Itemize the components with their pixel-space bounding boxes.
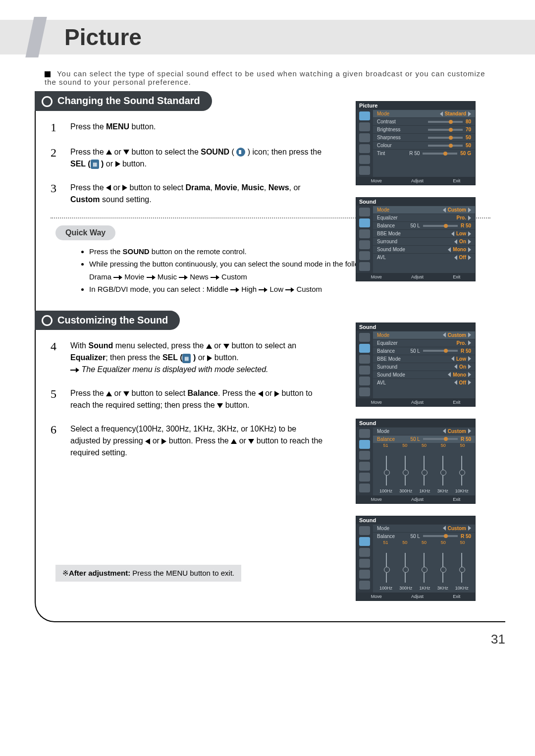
setup-icon	[359, 144, 370, 153]
row-label: Sound Mode	[377, 247, 448, 252]
row-label: Colour	[377, 143, 425, 148]
down-arrow-icon	[223, 344, 229, 349]
row-left: R 50	[409, 151, 420, 156]
step-text: Select a frequency(100Hz, 300Hz, 1KHz, 3…	[70, 423, 323, 459]
quick-way-heading: Quick Way	[55, 225, 115, 240]
left-arrow-icon	[448, 247, 451, 252]
ring-icon	[42, 96, 53, 107]
step-number: 1	[51, 121, 70, 134]
right-arrow-icon	[468, 231, 471, 236]
channel-icon	[359, 133, 370, 142]
ring-icon	[42, 315, 53, 326]
osd-side-icons	[356, 206, 373, 273]
setup-icon	[359, 366, 370, 375]
right-arrow-icon	[274, 391, 279, 397]
step-text: Press the or button to select the SOUND …	[70, 146, 323, 170]
row-label: Mode	[377, 111, 440, 116]
right-arrow-icon	[468, 111, 471, 116]
osd-side-icons	[356, 109, 373, 177]
page-title: Picture	[0, 20, 535, 54]
step-text: Press the or button to select Balance. P…	[70, 387, 323, 411]
osd-sound-title: Sound	[356, 198, 475, 206]
input-icon	[359, 166, 370, 175]
seq-arrow-icon	[179, 275, 188, 279]
row-value: Standard	[445, 111, 466, 116]
foot-exit: Exit	[453, 274, 460, 279]
seq-arrow-icon	[285, 288, 294, 292]
left-arrow-icon	[440, 111, 443, 116]
row-label: Sharpness	[377, 135, 425, 140]
row-label: Equalizer	[377, 215, 457, 220]
slider	[428, 145, 463, 147]
step-text: Press the MENU button.	[70, 121, 323, 133]
left-arrow-icon	[106, 185, 111, 191]
osd-sound-title: Sound	[356, 323, 475, 331]
seq-arrow-icon	[147, 275, 156, 279]
setup-icon	[359, 240, 370, 249]
row-label: Mode	[377, 207, 443, 213]
row-left: 50 L	[410, 223, 420, 228]
right-arrow-icon	[207, 355, 212, 361]
down-arrow-icon	[248, 439, 254, 444]
step-number: 5	[51, 387, 70, 401]
slider	[428, 121, 463, 123]
time-icon	[359, 155, 370, 164]
step-number: 3	[51, 182, 70, 195]
row-value: 50	[466, 143, 471, 148]
sel-button-icon: ▦	[182, 354, 191, 363]
down-arrow-icon	[123, 150, 129, 155]
sound-icon	[359, 218, 370, 227]
eq-sliders	[373, 545, 475, 586]
foot-adjust: Adjust	[411, 178, 424, 183]
row-value: 70	[466, 127, 471, 132]
foot-exit: Exit	[453, 178, 460, 183]
page-number: 31	[491, 632, 505, 647]
right-arrow-icon	[468, 247, 471, 252]
sound-icon	[359, 344, 370, 353]
section1-title: Changing the Sound Standard	[57, 95, 200, 106]
right-arrow-icon	[161, 438, 166, 444]
step4-note: The Equalizer menu is displayed with mod…	[81, 365, 268, 374]
osd-equalizer-1: Sound ModeCustom Balance50 LR 50 5150505…	[356, 419, 476, 504]
channel-icon	[359, 229, 370, 238]
slider	[423, 153, 457, 155]
osd-picture: Picture ModeStandard Contrast80 Brightne…	[356, 101, 476, 185]
up-arrow-icon	[206, 344, 212, 349]
row-value: Custom	[448, 207, 466, 213]
foot-move: Move	[371, 178, 382, 183]
seq-arrow-icon	[70, 368, 79, 372]
left-arrow-icon	[443, 208, 446, 213]
time-icon	[359, 377, 370, 385]
row-label: Tint	[377, 151, 409, 156]
up-arrow-icon	[106, 391, 112, 396]
seq-arrow-icon	[211, 275, 219, 279]
content-frame: Picture ModeStandard Contrast80 Brightne…	[35, 91, 505, 622]
left-arrow-icon	[454, 255, 457, 260]
picture-icon	[359, 333, 370, 342]
row-value: 50 G	[460, 151, 471, 156]
right-arrow-icon	[122, 185, 127, 191]
step-text: With Sound menu selected, press the or b…	[70, 340, 323, 376]
time-icon	[359, 251, 370, 260]
section2-title: Customizing the Sound	[57, 315, 168, 325]
seq-arrow-icon	[113, 275, 122, 279]
left-arrow-icon	[451, 231, 454, 236]
section-heading-2: Customizing the Sound	[35, 311, 180, 330]
slider	[428, 129, 463, 131]
step-number: 2	[51, 146, 70, 160]
square-bullet-icon	[45, 71, 51, 77]
row-label: Surround	[377, 239, 454, 244]
input-icon	[359, 387, 370, 396]
right-arrow-icon	[468, 216, 471, 220]
osd-sound-2: Sound ModeCustom EqualizerPro. Balance50…	[356, 323, 476, 407]
after-adjustment-note: ※After adjustment: Press the MENU button…	[55, 565, 241, 582]
sel-button-icon: ▦	[91, 160, 99, 169]
down-arrow-icon	[217, 403, 223, 408]
seq-arrow-icon	[259, 288, 268, 292]
up-arrow-icon	[106, 150, 112, 155]
header-bar: Picture	[0, 20, 535, 54]
row-label: BBE Mode	[377, 231, 451, 236]
channel-icon	[359, 355, 370, 364]
section-heading-1: Changing the Sound Standard	[35, 91, 212, 111]
osd-sound-1: Sound ModeCustom EqualizerPro. Balance50…	[356, 197, 476, 281]
